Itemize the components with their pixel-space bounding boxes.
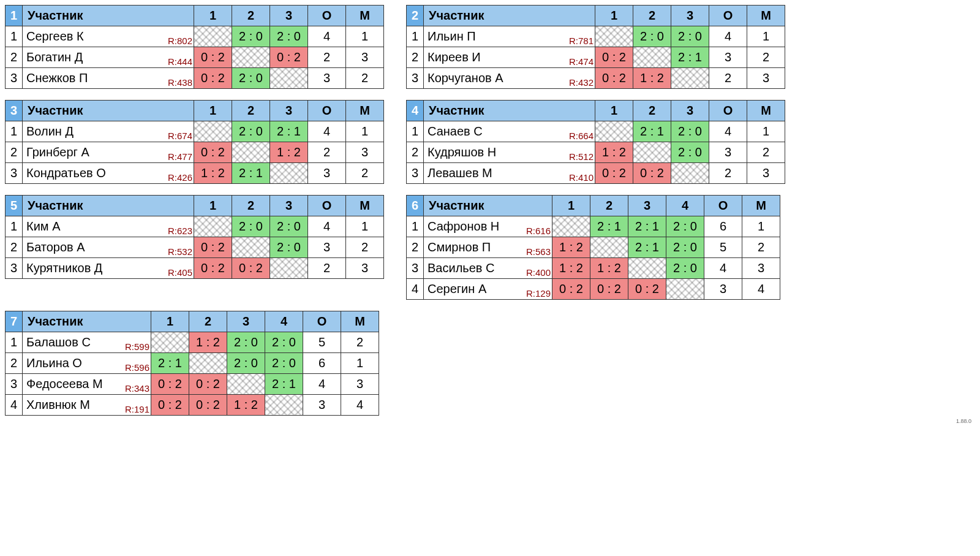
row-number: 3 xyxy=(6,68,23,89)
player-rating: R:563 xyxy=(526,246,551,257)
self-cell xyxy=(633,47,671,68)
round-header: 1 xyxy=(151,311,189,332)
points-cell: 4 xyxy=(704,258,742,279)
group-number: 5 xyxy=(6,196,23,216)
place-cell: 3 xyxy=(747,163,785,184)
player-cell: Серегин АR:129 xyxy=(424,279,552,300)
self-cell xyxy=(671,68,709,89)
player-rating: R:410 xyxy=(569,172,594,183)
player-rating: R:405 xyxy=(168,267,192,278)
row-number: 2 xyxy=(407,47,424,68)
score-cell-win: 2 : 1 xyxy=(270,121,308,142)
table-row: 4Хливнюк МR:1910 : 20 : 21 : 234 xyxy=(6,395,379,416)
points-header: О xyxy=(709,101,747,121)
table-row: 1Сафронов НR:6162 : 12 : 12 : 061 xyxy=(407,216,780,237)
player-rating: R:512 xyxy=(569,151,594,162)
score-cell-lose: 0 : 2 xyxy=(633,163,671,184)
player-name: Сафронов Н xyxy=(428,219,499,234)
row-number: 1 xyxy=(6,216,23,237)
score-cell-lose: 0 : 2 xyxy=(194,237,232,258)
place-cell: 4 xyxy=(742,279,780,300)
participant-header: Участник xyxy=(424,6,595,26)
group-table: 6Участник1234ОМ1Сафронов НR:6162 : 12 : … xyxy=(406,195,780,300)
row-number: 2 xyxy=(6,353,23,374)
player-name: Санаев С xyxy=(428,124,483,139)
score-cell-win: 2 : 1 xyxy=(671,47,709,68)
score-cell-lose: 0 : 2 xyxy=(194,258,232,279)
table-row: 1Ким АR:6232 : 02 : 041 xyxy=(6,216,384,237)
points-cell: 3 xyxy=(308,237,346,258)
player-name: Богатин Д xyxy=(26,50,83,64)
score-cell-lose: 0 : 2 xyxy=(189,374,227,395)
score-cell-lose: 0 : 2 xyxy=(189,395,227,416)
row-number: 3 xyxy=(407,163,424,184)
table-row: 2Кудряшов НR:5121 : 22 : 032 xyxy=(407,142,785,163)
score-cell-win: 2 : 1 xyxy=(151,353,189,374)
version-label: 1.88.0 xyxy=(5,418,975,424)
player-rating: R:191 xyxy=(125,404,149,414)
points-cell: 3 xyxy=(704,279,742,300)
place-header: М xyxy=(346,6,384,26)
round-header: 3 xyxy=(227,311,265,332)
self-cell xyxy=(270,163,308,184)
player-rating: R:664 xyxy=(569,131,594,141)
player-cell: Кондратьев ОR:426 xyxy=(23,163,194,184)
player-name: Кудряшов Н xyxy=(428,145,496,159)
player-cell: Ким АR:623 xyxy=(23,216,194,237)
player-cell: Волин ДR:674 xyxy=(23,121,194,142)
row-number: 3 xyxy=(407,258,424,279)
round-header: 2 xyxy=(633,101,671,121)
score-cell-win: 2 : 0 xyxy=(270,237,308,258)
round-header: 3 xyxy=(628,196,666,216)
player-name: Балашов С xyxy=(26,335,91,349)
score-cell-win: 2 : 0 xyxy=(666,237,704,258)
points-cell: 4 xyxy=(308,121,346,142)
row-number: 3 xyxy=(6,258,23,279)
self-cell xyxy=(595,26,633,47)
table-row: 2Ильина ОR:5962 : 12 : 02 : 061 xyxy=(6,353,379,374)
row-number: 2 xyxy=(6,237,23,258)
table-row: 4Серегин АR:1290 : 20 : 20 : 234 xyxy=(407,279,780,300)
points-header: О xyxy=(308,196,346,216)
place-cell: 1 xyxy=(341,353,379,374)
group-table: 3Участник123ОМ1Волин ДR:6742 : 02 : 1412… xyxy=(5,100,384,184)
row-number: 1 xyxy=(407,26,424,47)
score-cell-lose: 0 : 2 xyxy=(628,279,666,300)
place-cell: 3 xyxy=(346,258,384,279)
score-cell-lose: 1 : 2 xyxy=(552,258,590,279)
score-cell-lose: 0 : 2 xyxy=(595,47,633,68)
round-header: 2 xyxy=(633,6,671,26)
player-name: Снежков П xyxy=(26,71,88,85)
row-number: 4 xyxy=(407,279,424,300)
group-number: 2 xyxy=(407,6,424,26)
participant-header: Участник xyxy=(23,196,194,216)
player-cell: Гринберг АR:477 xyxy=(23,142,194,163)
round-header: 2 xyxy=(590,196,628,216)
place-cell: 2 xyxy=(346,237,384,258)
player-rating: R:477 xyxy=(168,151,192,162)
score-cell-lose: 0 : 2 xyxy=(151,374,189,395)
score-cell-win: 2 : 0 xyxy=(232,121,270,142)
table-row: 1Волин ДR:6742 : 02 : 141 xyxy=(6,121,384,142)
player-name: Левашев М xyxy=(428,166,492,180)
points-cell: 6 xyxy=(303,353,341,374)
player-name: Смирнов П xyxy=(428,240,491,254)
table-row: 3Васильев СR:4001 : 21 : 22 : 043 xyxy=(407,258,780,279)
place-header: М xyxy=(747,101,785,121)
player-cell: Богатин ДR:444 xyxy=(23,47,194,68)
self-cell xyxy=(265,395,303,416)
place-cell: 1 xyxy=(742,216,780,237)
table-row: 2Киреев ИR:4740 : 22 : 132 xyxy=(407,47,785,68)
score-cell-win: 2 : 1 xyxy=(265,374,303,395)
round-header: 3 xyxy=(270,6,308,26)
player-cell: Ильина ОR:596 xyxy=(23,353,151,374)
player-rating: R:438 xyxy=(168,77,192,88)
player-cell: Ильин ПR:781 xyxy=(424,26,595,47)
player-cell: Курятников ДR:405 xyxy=(23,258,194,279)
points-cell: 2 xyxy=(709,163,747,184)
round-header: 1 xyxy=(552,196,590,216)
points-cell: 6 xyxy=(704,216,742,237)
table-row: 3Курятников ДR:4050 : 20 : 223 xyxy=(6,258,384,279)
place-header: М xyxy=(346,196,384,216)
table-row: 1Санаев СR:6642 : 12 : 041 xyxy=(407,121,785,142)
